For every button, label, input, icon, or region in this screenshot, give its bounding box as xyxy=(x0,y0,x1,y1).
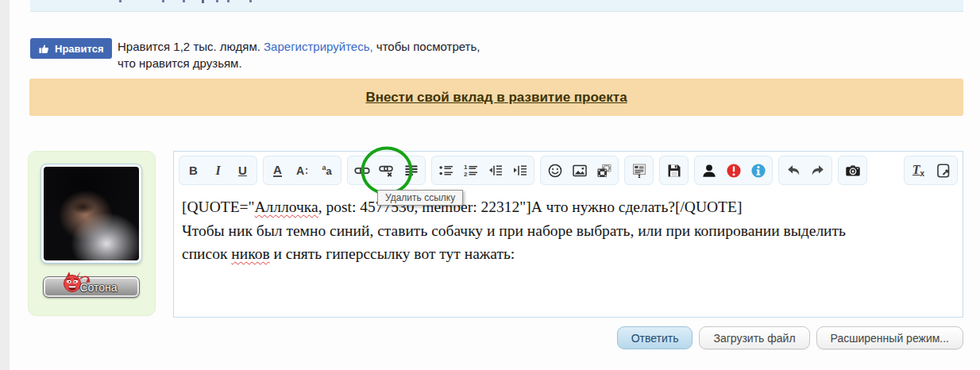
group-lists: 12 xyxy=(431,156,534,185)
clipped-text-fragment xyxy=(227,0,230,2)
editor-line: [QUOTE="Алллочка, post: 4577530, member:… xyxy=(182,195,955,219)
bold-button[interactable]: B xyxy=(181,158,206,183)
smiley-icon xyxy=(547,163,563,179)
remove-link-button[interactable]: Удалить ссылку xyxy=(374,158,399,183)
underline-icon: U xyxy=(238,164,247,177)
save-draft-button[interactable] xyxy=(662,158,686,183)
action-bar: Ответить Загрузить файл Расширенный режи… xyxy=(0,326,963,349)
devil-icon xyxy=(60,270,95,297)
like-button-label: Нравится xyxy=(55,43,104,55)
clipped-text-fragment xyxy=(162,0,164,2)
like-thumb-icon xyxy=(38,43,50,55)
register-link[interactable]: Зарегистрируйтесь, xyxy=(264,40,373,53)
svg-text:1: 1 xyxy=(464,164,468,171)
save-draft-icon xyxy=(666,163,682,179)
italic-button[interactable]: I xyxy=(206,158,230,183)
clipped-text-fragment xyxy=(202,0,204,3)
alert-bbcode-button[interactable] xyxy=(721,158,746,183)
outdent-icon xyxy=(488,163,504,179)
camera-button[interactable] xyxy=(840,158,865,183)
media-icon xyxy=(596,163,612,179)
font-family-icon: aa xyxy=(322,164,331,178)
underline-button[interactable]: U xyxy=(230,158,255,183)
quote-block-button[interactable] xyxy=(627,158,651,183)
clipped-text-fragment xyxy=(216,0,218,2)
undo-icon xyxy=(785,163,801,179)
numbered-list-icon: 12 xyxy=(463,163,479,179)
font-size-button[interactable]: A: xyxy=(290,158,314,183)
page-left-gutter xyxy=(0,0,10,370)
group-bbcodes xyxy=(694,156,773,185)
editor-text-area[interactable]: [QUOTE="Алллочка, post: 4577530, member:… xyxy=(174,188,963,266)
image-icon xyxy=(572,163,588,179)
bullet-list-button[interactable] xyxy=(434,158,458,183)
info-bbcode-button[interactable] xyxy=(746,158,770,183)
advanced-mode-button[interactable]: Расширенный режим... xyxy=(816,326,963,349)
reply-editor: B I U A A: aa Удалить ссылку xyxy=(173,151,963,318)
smilies-button[interactable] xyxy=(542,158,567,183)
like-summary-text: Нравится 1,2 тыс. людям. Зарегистрируйте… xyxy=(118,38,484,71)
clipped-text-fragment xyxy=(119,0,122,2)
editor-line: список ников и снять гиперссылку вот тут… xyxy=(182,242,955,266)
upload-file-button[interactable]: Загрузить файл xyxy=(699,326,809,349)
user-icon xyxy=(701,163,717,179)
bullet-list-icon xyxy=(438,163,454,179)
spellcheck-word: ников xyxy=(231,245,269,262)
group-text-format: B I U xyxy=(179,156,257,185)
clipped-message-bar xyxy=(30,0,963,12)
quote-block-icon xyxy=(631,163,647,179)
drafts-icon xyxy=(936,163,951,179)
group-font: A A: aa xyxy=(263,156,341,185)
group-history xyxy=(778,156,832,185)
remove-format-button[interactable]: Tx xyxy=(906,158,931,183)
media-button[interactable] xyxy=(592,158,616,183)
group-capture xyxy=(838,156,867,185)
image-button[interactable] xyxy=(567,158,592,183)
redo-icon xyxy=(810,163,826,179)
reply-button[interactable]: Ответить xyxy=(617,326,693,349)
editor-toolbar: B I U A A: aa Удалить ссылку xyxy=(174,152,963,188)
avatar[interactable] xyxy=(41,164,141,263)
drafts-button[interactable] xyxy=(931,158,955,183)
font-color-icon: A xyxy=(273,164,282,178)
remove-format-icon: Tx xyxy=(912,163,924,178)
group-insert xyxy=(540,156,619,185)
group-quote xyxy=(624,156,654,185)
indent-button[interactable] xyxy=(507,158,532,183)
unlink-tooltip: Удалить ссылку xyxy=(377,190,463,206)
unlink-icon xyxy=(379,163,395,179)
spellcheck-word: Алллочка xyxy=(255,198,318,215)
undo-button[interactable] xyxy=(781,158,805,183)
italic-icon: I xyxy=(215,164,220,178)
clipped-text-fragment xyxy=(183,0,185,2)
indent-icon xyxy=(512,163,528,179)
facebook-like-button[interactable]: Нравится xyxy=(30,38,112,59)
user-title-badge[interactable]: Сотона xyxy=(43,276,140,298)
editor-line: Чтобы ник был темно синий, ставить собач… xyxy=(182,219,955,243)
donation-link[interactable]: Внести свой вклад в развитие проекта xyxy=(365,90,627,106)
svg-text:2: 2 xyxy=(464,171,468,178)
font-family-button[interactable]: aa xyxy=(314,158,339,183)
font-color-button[interactable]: A xyxy=(265,158,290,183)
camera-icon xyxy=(845,163,861,179)
clipped-text-fragment xyxy=(249,0,252,2)
alignment-button[interactable] xyxy=(399,158,423,183)
bold-icon: B xyxy=(189,164,198,177)
group-save xyxy=(659,156,689,185)
font-size-icon: A xyxy=(296,164,304,177)
group-misc: Tx xyxy=(904,156,958,185)
align-icon xyxy=(403,163,419,179)
outdent-button[interactable] xyxy=(483,158,507,183)
author-panel: Сотона xyxy=(28,151,156,316)
numbered-list-button[interactable]: 12 xyxy=(458,158,483,183)
link-icon xyxy=(354,163,370,179)
insert-link-button[interactable] xyxy=(349,158,374,183)
alert-icon xyxy=(726,163,742,179)
group-link: Удалить ссылку xyxy=(347,156,426,185)
donation-banner: Внести свой вклад в развитие проекта xyxy=(29,79,963,116)
user-mention-button[interactable] xyxy=(696,158,721,183)
info-icon xyxy=(750,163,766,179)
redo-button[interactable] xyxy=(805,158,830,183)
